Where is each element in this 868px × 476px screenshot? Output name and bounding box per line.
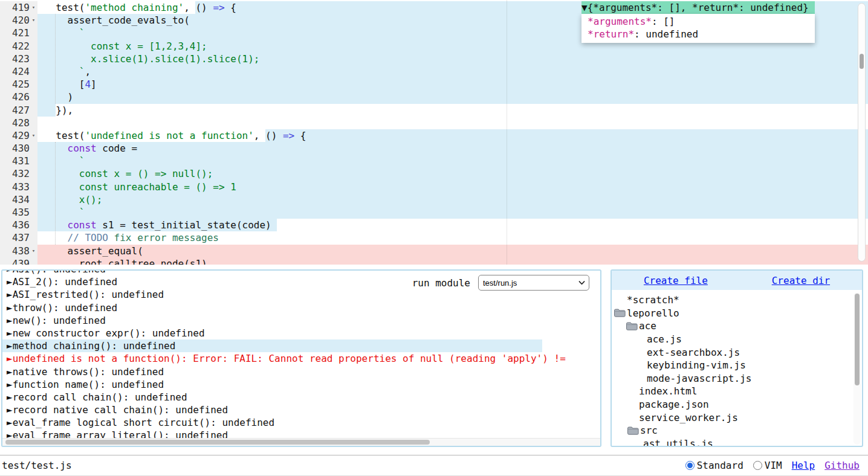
tree-file-item[interactable]: mode-javascript.js <box>612 372 862 385</box>
editor-line[interactable]: 426 ) <box>0 91 868 103</box>
expand-icon[interactable]: ► <box>7 275 13 288</box>
files-scrollbar-thumb[interactable] <box>855 294 860 385</box>
keybinding-standard-radio[interactable] <box>685 461 695 470</box>
editor-line[interactable]: 433 const unreachable = () => 1 <box>0 181 868 193</box>
expand-icon[interactable]: ► <box>7 327 13 339</box>
editor-line[interactable]: 432 const x = () => null(); <box>0 167 868 180</box>
gutter-cell: 429▾ <box>0 129 37 142</box>
run-module-select[interactable]: test/run.js <box>479 275 589 290</box>
expand-icon[interactable]: ► <box>7 314 13 327</box>
expand-icon[interactable]: ► <box>7 365 13 378</box>
result-item[interactable]: ►throw(): undefined <box>2 301 600 314</box>
code-editor[interactable]: 419▾ test('method chaining', () => {420▾… <box>0 0 868 265</box>
code-text: test('undefined is not a function', () =… <box>37 129 868 142</box>
keybinding-standard-option[interactable]: Standard <box>685 460 743 471</box>
github-link[interactable]: Github <box>824 460 860 471</box>
property-value: : undefined <box>634 28 698 40</box>
fold-icon[interactable]: ▾ <box>30 245 37 257</box>
tree-file-item[interactable]: ext-searchbox.js <box>612 346 862 359</box>
editor-line[interactable]: 427 }), <box>0 104 868 117</box>
tree-file-item[interactable]: ace.js <box>612 333 862 346</box>
keybinding-standard-label: Standard <box>697 460 743 471</box>
tree-item-label: leporello <box>627 307 679 319</box>
tree-file-item[interactable]: *scratch* <box>612 294 862 307</box>
expand-icon[interactable]: ► <box>7 339 13 352</box>
expand-icon[interactable]: ► <box>7 269 13 275</box>
tree-file-item[interactable]: keybinding-vim.js <box>612 359 862 372</box>
print-margin-ruler <box>507 0 507 265</box>
code-text: ) <box>37 91 868 103</box>
tree-file-item[interactable]: package.json <box>612 398 862 411</box>
editor-line[interactable]: 438▾ assert_equal( <box>0 245 868 257</box>
result-item[interactable]: ►undefined is not a function(): Error: F… <box>2 352 600 365</box>
results-scrollbar-thumb[interactable] <box>5 440 430 445</box>
result-item[interactable]: ►method chaining(): undefined <box>2 339 542 352</box>
help-link[interactable]: Help <box>792 460 815 471</box>
status-bar: test/test.js Standard VIM Help Github <box>0 455 868 476</box>
tree-folder-item[interactable]: src <box>612 424 862 437</box>
gutter-cell: 433 <box>0 181 37 193</box>
editor-line[interactable]: 429▾ test('undefined is not a function',… <box>0 129 868 142</box>
gutter-cell: 437 <box>0 231 37 244</box>
tree-item-label: index.html <box>639 385 697 397</box>
results-horizontal-scrollbar[interactable] <box>2 438 600 446</box>
result-item[interactable]: ►new constructor expr(): undefined <box>2 327 600 339</box>
keybinding-vim-radio[interactable] <box>753 461 762 470</box>
editor-line[interactable]: 436 const s1 = test_initial_state(code) <box>0 219 868 231</box>
editor-line[interactable]: 435 ` <box>0 206 868 219</box>
create-file-link[interactable]: Create file <box>644 275 708 286</box>
tree-file-item[interactable]: index.html <box>612 385 862 398</box>
editor-vertical-scrollbar[interactable] <box>858 3 866 262</box>
tree-file-item[interactable]: service_worker.js <box>612 411 862 424</box>
editor-line[interactable]: 437 // TODO fix error messages <box>0 231 868 244</box>
code-text: [4] <box>37 78 868 91</box>
editor-line[interactable]: 425 [4] <box>0 78 868 91</box>
code-text: const s1 = test_initial_state(code) <box>37 219 868 231</box>
line-number: 433 <box>12 181 30 193</box>
result-item[interactable]: ►eval_frame logical short circuit(): und… <box>2 416 600 429</box>
fold-icon[interactable]: ▾ <box>30 14 37 27</box>
run-module-select-wrap: test/run.js <box>478 275 589 291</box>
editor-line[interactable]: 430 const code = <box>0 142 868 155</box>
result-item-label: eval_frame logical short circuit(): unde… <box>13 416 274 429</box>
result-item-label: record native call chain(): undefined <box>13 404 228 416</box>
editor-line[interactable]: 439 root_calltree_node(s1) <box>0 257 868 265</box>
expand-icon[interactable]: ► <box>7 378 13 391</box>
editor-line[interactable]: 434 x(); <box>0 193 868 206</box>
folder-icon <box>614 308 626 318</box>
keybinding-vim-option[interactable]: VIM <box>753 460 782 471</box>
line-number: 421 <box>12 27 30 39</box>
tree-item-label: ace.js <box>647 333 682 345</box>
code-cell: [4] <box>37 78 868 91</box>
files-vertical-scrollbar[interactable] <box>853 292 861 445</box>
fold-icon[interactable]: ▾ <box>30 1 37 14</box>
result-item[interactable]: ►record native call chain(): undefined <box>2 404 600 416</box>
tree-item-label: ext-searchbox.js <box>647 347 740 358</box>
result-item[interactable]: ►function name(): undefined <box>2 378 600 391</box>
result-item[interactable]: ►native throws(): undefined <box>2 365 600 378</box>
tooltip-header[interactable]: ▼{*arguments*: [], *return*: undefined} <box>581 1 815 14</box>
expand-icon[interactable]: ► <box>7 301 13 314</box>
line-number: 427 <box>12 104 30 117</box>
result-item[interactable]: ►new(): undefined <box>2 314 600 327</box>
editor-line[interactable]: 423 x.slice(1).slice(1).slice(1); <box>0 53 868 65</box>
expand-icon[interactable]: ► <box>7 404 13 416</box>
expand-icon[interactable]: ► <box>7 352 13 365</box>
expand-icon[interactable]: ► <box>7 288 13 301</box>
editor-line[interactable]: 424 `, <box>0 65 868 78</box>
result-item-label: new constructor expr(): undefined <box>13 327 205 339</box>
result-item[interactable]: ►record call chain(): undefined <box>2 391 600 404</box>
indent-guide <box>55 14 56 104</box>
gutter-cell: 427 <box>0 104 37 117</box>
fold-icon[interactable]: ▾ <box>30 129 37 142</box>
tree-file-item[interactable]: ast_utils.js <box>612 437 862 447</box>
expand-icon[interactable]: ► <box>7 416 13 429</box>
create-dir-link[interactable]: Create dir <box>772 275 830 286</box>
expand-icon[interactable]: ► <box>7 391 13 404</box>
collapse-icon[interactable]: ▼ <box>581 2 588 13</box>
editor-scrollbar-thumb[interactable] <box>860 54 864 69</box>
editor-line[interactable]: 431 ` <box>0 155 868 167</box>
editor-line[interactable]: 428 <box>0 117 868 129</box>
tree-folder-item[interactable]: ace <box>612 320 862 333</box>
tree-folder-item[interactable]: leporello <box>612 307 862 320</box>
